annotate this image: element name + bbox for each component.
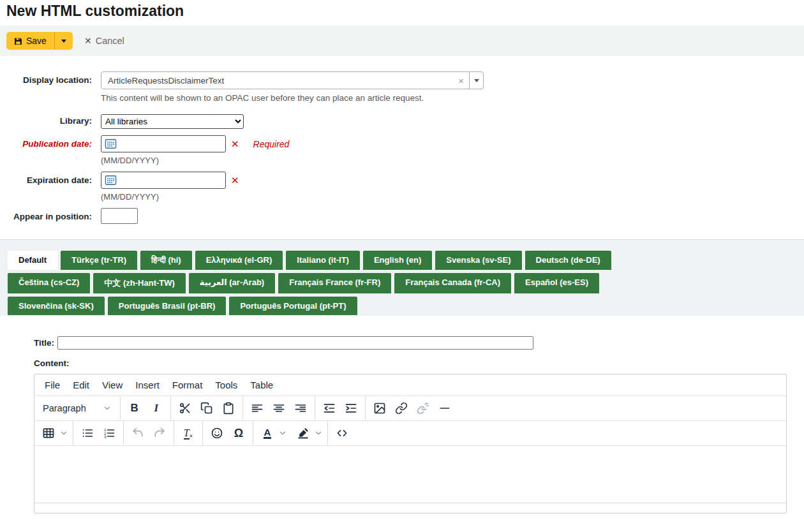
clear-formatting-button[interactable]: T× [177, 422, 199, 444]
insert-link-button[interactable] [391, 397, 412, 419]
menu-edit[interactable]: Edit [66, 377, 96, 393]
tab-zh-Hant-TW[interactable]: 中文 (zh-Hant-TW) [93, 273, 185, 293]
tab-tr-TR[interactable]: Türkçe (tr-TR) [61, 251, 137, 270]
source-code-icon [336, 427, 348, 440]
display-location-select[interactable]: ArticleRequestsDisclaimerText × [101, 71, 484, 89]
tab-ar-Arab[interactable]: العربية (ar-Arab) [189, 273, 275, 293]
cancel-x-icon: ✕ [84, 36, 92, 46]
horizontal-rule-button[interactable] [434, 397, 456, 419]
publication-date-clear-icon[interactable]: ✕ [231, 138, 239, 150]
expiration-date-row: Expiration date: ✕ [8, 172, 804, 202]
save-split-button: Save [6, 32, 73, 50]
title-input[interactable] [57, 336, 533, 350]
expiration-date-input[interactable] [101, 172, 226, 189]
insert-image-button[interactable] [369, 397, 391, 419]
menu-table[interactable]: Table [244, 377, 279, 393]
save-dropdown-toggle[interactable] [54, 32, 73, 50]
tab-el-GR[interactable]: Ελληνικά (el-GR) [195, 251, 283, 270]
cancel-button[interactable]: ✕ Cancel [84, 36, 124, 46]
tab-es-ES[interactable]: Español (es-ES) [514, 273, 599, 293]
editor-menubar: File Edit View Insert Format Tools Table [34, 374, 786, 395]
tab-de-DE[interactable]: Deutsch (de-DE) [525, 251, 611, 270]
copy-button[interactable] [196, 397, 218, 419]
italic-button[interactable]: I [145, 397, 167, 419]
library-select[interactable]: All libraries [101, 114, 244, 129]
menu-insert[interactable]: Insert [129, 377, 166, 393]
undo-button[interactable] [127, 422, 149, 444]
calendar-icon[interactable] [105, 175, 117, 186]
source-code-button[interactable] [331, 422, 353, 444]
numbered-list-button[interactable]: 1 2 3 [98, 422, 120, 444]
floppy-disk-icon [14, 37, 22, 45]
special-character-button[interactable]: Ω [228, 422, 249, 444]
display-location-label: Display location: [8, 71, 101, 108]
editor-toolbar-row2: 1 2 3 [34, 420, 786, 445]
tab-sv-SE[interactable]: Svenska (sv-SE) [435, 251, 521, 270]
select2-clear-icon[interactable]: × [453, 75, 469, 86]
redo-button[interactable] [149, 422, 170, 444]
bold-icon: B [131, 402, 138, 415]
position-label: Appear in position: [8, 208, 101, 224]
tab-pt-PT[interactable]: Português Portugal (pt-PT) [229, 297, 357, 315]
position-input[interactable] [101, 208, 138, 224]
publication-date-label: Publication date: [8, 135, 101, 165]
library-label: Library: [8, 114, 101, 129]
tab-row-2: Čeština (cs-CZ) 中文 (zh-Hant-TW) العربية … [8, 273, 798, 293]
menu-tools[interactable]: Tools [209, 377, 244, 393]
image-icon [373, 402, 386, 415]
text-color-dropdown[interactable]: A [257, 422, 288, 444]
editor-statusbar [34, 503, 786, 513]
publication-date-hint: (MM/DD/YYYY) [101, 156, 289, 165]
bold-button[interactable]: B [124, 397, 145, 419]
table-dropdown[interactable] [38, 422, 70, 444]
menu-format[interactable]: Format [166, 377, 209, 393]
position-row: Appear in position: [8, 208, 804, 224]
indent-icon [345, 402, 357, 415]
align-center-button[interactable] [268, 397, 290, 419]
unlink-icon [417, 402, 429, 415]
cut-button[interactable] [174, 397, 196, 419]
paste-button[interactable] [218, 397, 239, 419]
table-icon [42, 427, 55, 440]
undo-icon [131, 427, 144, 440]
align-right-icon [294, 402, 307, 415]
title-label: Title: [34, 338, 54, 348]
tab-fr-CA[interactable]: Français Canada (fr-CA) [394, 273, 511, 293]
select2-dropdown-arrow[interactable] [469, 72, 483, 89]
outdent-button[interactable] [318, 397, 340, 419]
editor-toolbar-row1: Paragraph B I [34, 395, 786, 420]
tab-cs-CZ[interactable]: Čeština (cs-CZ) [8, 273, 90, 293]
menu-view[interactable]: View [96, 377, 129, 393]
publication-date-input[interactable] [101, 135, 226, 152]
align-left-icon [251, 402, 264, 415]
scissors-icon [179, 402, 191, 415]
menu-file[interactable]: File [38, 377, 66, 393]
emoji-icon [211, 427, 223, 440]
tab-hi[interactable]: हिन्दी (hi) [140, 251, 192, 270]
expiration-date-clear-icon[interactable]: ✕ [231, 175, 239, 186]
align-right-button[interactable] [290, 397, 311, 419]
emoji-button[interactable] [206, 422, 228, 444]
display-location-value: ArticleRequestsDisclaimerText [101, 76, 453, 85]
editor-content-area[interactable] [34, 445, 786, 503]
highlight-color-button[interactable] [292, 422, 314, 444]
unlink-button[interactable] [412, 397, 434, 419]
bullet-list-button[interactable] [77, 422, 98, 444]
tab-sk-SK[interactable]: Slovenčina (sk-SK) [8, 297, 105, 315]
tab-pt-BR[interactable]: Português Brasil (pt-BR) [108, 297, 227, 315]
paragraph-style-dropdown[interactable]: Paragraph [38, 397, 117, 419]
table-button[interactable] [38, 422, 59, 444]
save-button[interactable]: Save [6, 32, 54, 50]
tab-default[interactable]: Default [8, 251, 57, 270]
link-icon [395, 402, 408, 415]
tab-fr-FR[interactable]: Français France (fr-FR) [278, 273, 391, 293]
indent-button[interactable] [340, 397, 362, 419]
calendar-icon[interactable] [105, 138, 117, 149]
align-left-button[interactable] [246, 397, 268, 419]
highlight-color-dropdown[interactable] [292, 422, 324, 444]
tab-en[interactable]: English (en) [363, 251, 432, 270]
chevron-down-icon [278, 429, 287, 438]
tab-it-IT[interactable]: Italiano (it-IT) [286, 251, 360, 270]
text-color-button[interactable]: A [257, 422, 278, 444]
action-bar: Save ✕ Cancel [0, 26, 804, 56]
